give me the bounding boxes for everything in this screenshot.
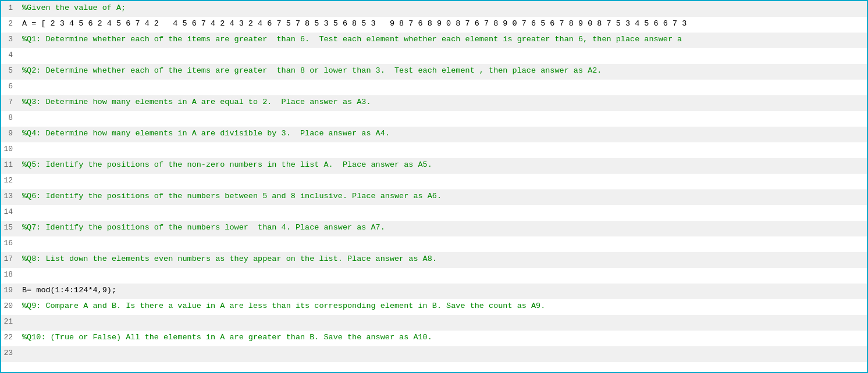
code-line: 2A = [ 2 3 4 5 6 2 4 5 6 7 4 2 4 5 6 7 4… — [1, 17, 867, 33]
line-content: %Q2: Determine whether each of the items… — [17, 64, 867, 80]
line-number: 17 — [1, 252, 17, 268]
code-line: 6 — [1, 80, 867, 95]
code-line: 3%Q1: Determine whether each of the item… — [1, 33, 867, 48]
code-line: 22%Q10: (True or False) All the elements… — [1, 331, 867, 346]
line-number: 21 — [1, 315, 17, 331]
line-number: 18 — [1, 268, 17, 284]
code-line: 18 — [1, 268, 867, 284]
line-number: 12 — [1, 174, 17, 189]
code-line: 19B= mod(1:4:124*4,9); — [1, 284, 867, 299]
code-line: 14 — [1, 205, 867, 221]
line-content — [17, 80, 867, 95]
code-line: 21 — [1, 315, 867, 331]
line-number: 8 — [1, 111, 17, 127]
line-content — [17, 205, 867, 221]
line-number: 2 — [1, 17, 17, 33]
line-number: 22 — [1, 331, 17, 346]
line-number: 9 — [1, 127, 17, 142]
line-number: 3 — [1, 33, 17, 48]
line-number: 11 — [1, 158, 17, 174]
code-line: 5%Q2: Determine whether each of the item… — [1, 64, 867, 80]
line-number: 13 — [1, 189, 17, 205]
line-number: 23 — [1, 346, 17, 362]
code-line: 7%Q3: Determine how many elements in A a… — [1, 95, 867, 111]
line-content — [17, 48, 867, 64]
line-content: %Q1: Determine whether each of the items… — [17, 33, 867, 48]
line-number: 20 — [1, 299, 17, 315]
code-area[interactable]: 1%Given the value of A;2A = [ 2 3 4 5 6 … — [1, 1, 867, 372]
line-number: 4 — [1, 48, 17, 64]
code-line: 4 — [1, 48, 867, 64]
line-content — [17, 346, 867, 362]
line-number: 16 — [1, 236, 17, 252]
line-content: %Q8: List down the elements even numbers… — [17, 252, 867, 268]
code-line: 12 — [1, 174, 867, 189]
line-content: %Q4: Determine how many elements in A ar… — [17, 127, 867, 142]
line-content: A = [ 2 3 4 5 6 2 4 5 6 7 4 2 4 5 6 7 4 … — [17, 17, 867, 33]
line-content: %Q5: Identify the positions of the non-z… — [17, 158, 867, 174]
line-number: 19 — [1, 284, 17, 299]
line-content: B= mod(1:4:124*4,9); — [17, 284, 867, 299]
code-line: 11%Q5: Identify the positions of the non… — [1, 158, 867, 174]
line-number: 1 — [1, 1, 17, 17]
line-content — [17, 174, 867, 189]
line-number: 5 — [1, 64, 17, 80]
line-content — [17, 111, 867, 127]
line-number: 15 — [1, 221, 17, 236]
code-line: 15%Q7: Identify the positions of the num… — [1, 221, 867, 236]
line-content: %Q7: Identify the positions of the numbe… — [17, 221, 867, 236]
line-content: %Given the value of A; — [17, 1, 867, 17]
line-number: 10 — [1, 142, 17, 158]
code-line: 20%Q9: Compare A and B. Is there a value… — [1, 299, 867, 315]
line-content — [17, 315, 867, 331]
code-line: 9%Q4: Determine how many elements in A a… — [1, 127, 867, 142]
code-line: 8 — [1, 111, 867, 127]
code-line: 1%Given the value of A; — [1, 1, 867, 17]
line-number: 6 — [1, 80, 17, 95]
line-number: 14 — [1, 205, 17, 221]
line-content — [17, 142, 867, 158]
code-line: 10 — [1, 142, 867, 158]
code-editor: 1%Given the value of A;2A = [ 2 3 4 5 6 … — [0, 0, 868, 373]
line-content: %Q6: Identify the positions of the numbe… — [17, 189, 867, 205]
code-line: 17%Q8: List down the elements even numbe… — [1, 252, 867, 268]
line-content: %Q3: Determine how many elements in A ar… — [17, 95, 867, 111]
code-line: 23 — [1, 346, 867, 362]
code-line: 16 — [1, 236, 867, 252]
line-content: %Q9: Compare A and B. Is there a value i… — [17, 299, 867, 315]
line-content — [17, 236, 867, 252]
line-content — [17, 268, 867, 284]
line-content: %Q10: (True or False) All the elements i… — [17, 331, 867, 346]
line-number: 7 — [1, 95, 17, 111]
code-line: 13%Q6: Identify the positions of the num… — [1, 189, 867, 205]
